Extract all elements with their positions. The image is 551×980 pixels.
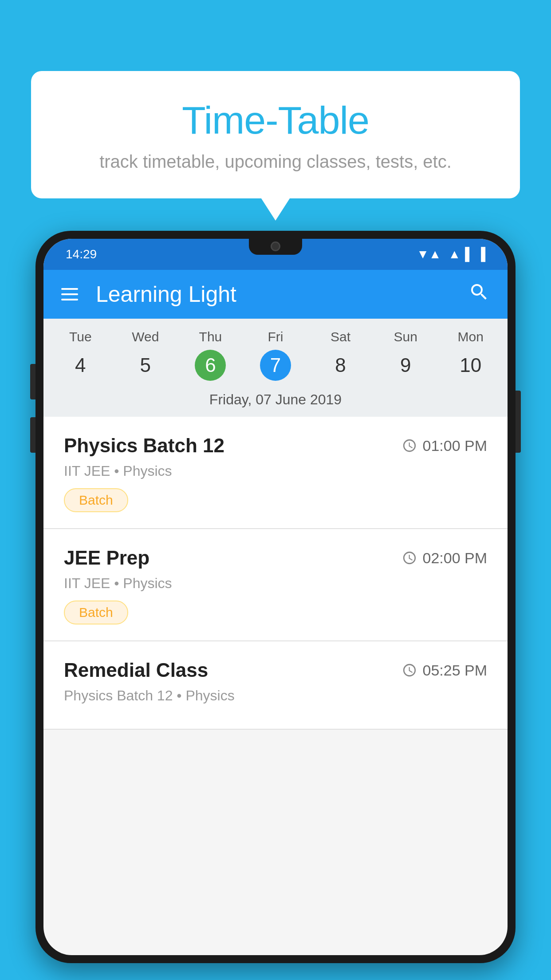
day-wed[interactable]: Wed 5	[113, 319, 178, 385]
day-number-fri-selected: 7	[260, 350, 291, 381]
day-number-thu-today: 6	[195, 350, 226, 381]
day-name-fri: Fri	[245, 329, 307, 344]
class-time-3: 05:25 PM	[402, 662, 487, 679]
class-list: Physics Batch 12 01:00 PM IIT JEE • Phys…	[43, 417, 508, 730]
day-tue[interactable]: Tue 4	[48, 319, 113, 385]
phone-screen: 14:29 ▼▲ ▲▐ ▐ Learning Light	[43, 239, 508, 955]
batch-badge-2: Batch	[64, 601, 128, 624]
search-icon[interactable]	[468, 281, 490, 308]
class-item-header-3: Remedial Class 05:25 PM	[64, 659, 487, 681]
day-number-wed: 5	[130, 350, 161, 381]
class-name-3: Remedial Class	[64, 659, 208, 681]
class-name-2: JEE Prep	[64, 547, 150, 569]
day-name-wed: Wed	[115, 329, 177, 344]
selected-date-label: Friday, 07 June 2019	[43, 385, 508, 417]
day-number-sun: 9	[390, 350, 421, 381]
class-name-1: Physics Batch 12	[64, 435, 224, 457]
phone-container: 14:29 ▼▲ ▲▐ ▐ Learning Light	[35, 231, 516, 980]
day-sun[interactable]: Sun 9	[373, 319, 438, 385]
speech-bubble: Time-Table track timetable, upcoming cla…	[31, 71, 520, 198]
class-item-2[interactable]: JEE Prep 02:00 PM IIT JEE • Physics Batc…	[43, 529, 508, 641]
app-title: Learning Light	[96, 281, 468, 307]
class-meta-3: Physics Batch 12 • Physics	[64, 688, 487, 704]
class-item-1[interactable]: Physics Batch 12 01:00 PM IIT JEE • Phys…	[43, 417, 508, 529]
timetable-subtitle: track timetable, upcoming classes, tests…	[67, 152, 484, 172]
phone-body: 14:29 ▼▲ ▲▐ ▐ Learning Light	[35, 231, 516, 963]
app-bar: Learning Light	[43, 270, 508, 319]
class-time-2: 02:00 PM	[402, 549, 487, 567]
day-headers: Tue 4 Wed 5 Thu 6 Fri 7	[43, 319, 508, 385]
day-name-sat: Sat	[310, 329, 371, 344]
day-name-thu: Thu	[180, 329, 241, 344]
day-sat[interactable]: Sat 8	[308, 319, 373, 385]
class-time-1: 01:00 PM	[402, 437, 487, 454]
day-thu[interactable]: Thu 6	[178, 319, 243, 385]
timetable-title: Time-Table	[67, 98, 484, 143]
day-mon[interactable]: Mon 10	[438, 319, 503, 385]
front-camera	[271, 241, 280, 251]
class-item-header-2: JEE Prep 02:00 PM	[64, 547, 487, 569]
class-item-3[interactable]: Remedial Class 05:25 PM Physics Batch 12…	[43, 641, 508, 730]
class-item-header-1: Physics Batch 12 01:00 PM	[64, 435, 487, 457]
day-name-sun: Sun	[375, 329, 437, 344]
day-name-mon: Mon	[440, 329, 501, 344]
hamburger-menu-icon[interactable]	[61, 288, 78, 300]
day-fri[interactable]: Fri 7	[243, 319, 308, 385]
class-meta-1: IIT JEE • Physics	[64, 463, 487, 479]
class-meta-2: IIT JEE • Physics	[64, 575, 487, 592]
volume-down-button	[30, 417, 35, 453]
day-number-mon: 10	[455, 350, 486, 381]
calendar-section: Tue 4 Wed 5 Thu 6 Fri 7	[43, 319, 508, 417]
batch-badge-1: Batch	[64, 488, 128, 512]
status-time: 14:29	[66, 247, 97, 261]
day-name-tue: Tue	[50, 329, 111, 344]
battery-icon: ▐	[476, 247, 485, 261]
volume-up-button	[30, 364, 35, 399]
day-number-sat: 8	[325, 350, 356, 381]
status-icons: ▼▲ ▲▐ ▐	[417, 247, 485, 261]
day-number-tue: 4	[65, 350, 96, 381]
signal-icon: ▲▐	[449, 247, 470, 261]
wifi-icon: ▼▲	[417, 247, 441, 261]
power-button	[516, 391, 521, 453]
phone-notch	[249, 239, 302, 255]
speech-bubble-container: Time-Table track timetable, upcoming cla…	[31, 71, 520, 198]
